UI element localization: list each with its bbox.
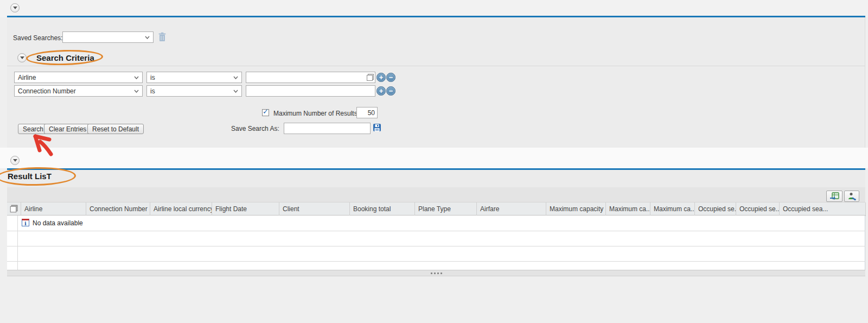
table-header-columns: AirlineConnection NumberAirline local cu… [21,202,866,215]
column-header-12[interactable]: Occupied se... [695,202,736,216]
grip-dot [437,273,439,274]
trash-icon [158,32,167,42]
column-header-2[interactable]: Connection Number [86,202,150,216]
add-criteria-row-button-2[interactable]: + [376,86,386,96]
save-search-as-input[interactable] [284,123,371,134]
save-search-as-label: Save Search As: [231,125,279,132]
column-header-11[interactable]: Maximum ca... [650,202,695,216]
section-gap [0,148,868,168]
select-all-cell[interactable] [7,202,21,215]
criteria-separator [7,66,865,66]
floppy-disk-icon [373,123,381,132]
column-header-7[interactable]: Plane Type [415,202,477,216]
column-header-8[interactable]: Airfare [477,202,546,216]
value-help-front-square [367,75,373,81]
column-header-5[interactable]: Client [279,202,350,216]
column-header-3[interactable]: Airline local currency [150,202,212,216]
page-collapse-button[interactable] [10,3,20,12]
personalize-button[interactable] [844,191,859,202]
result-list-collapse-button[interactable] [10,156,20,165]
criteria-value-input-1[interactable] [246,72,375,83]
no-data-message: No data available [33,219,83,227]
result-list-header-band [7,170,865,187]
horizontal-scrollbar[interactable] [7,270,865,276]
copy-front-square [10,206,17,213]
column-header-14[interactable]: Occupied sea... [780,202,866,216]
max-results-checkbox[interactable]: ✓ [262,109,269,116]
annotation-arrow-to-search [26,132,56,157]
column-header-4[interactable]: Flight Date [212,202,279,216]
remove-criteria-row-button-2[interactable]: − [386,86,395,96]
max-results-input[interactable] [356,107,378,118]
remove-criteria-row-button-1[interactable]: − [386,73,395,82]
info-icon: i [22,219,29,226]
minus-icon: − [389,87,393,95]
chevron-down-icon [233,90,238,93]
value-help-icon[interactable] [367,74,374,81]
saved-searches-dropdown[interactable] [62,31,154,43]
column-header-13[interactable]: Occupied se... [736,202,780,216]
top-strip [0,0,868,17]
minus-icon: − [389,73,393,81]
row-divider [7,231,865,231]
chevron-down-icon [134,90,139,93]
table-header-row: AirlineConnection NumberAirline local cu… [7,202,865,216]
bottom-strip [0,276,868,323]
table-toolbar [7,187,865,202]
criteria-field-value: Connection Number [18,87,76,95]
search-criteria-title: Search Criteria [36,53,94,62]
grip-dot [434,273,436,274]
collapse-arrow-icon [20,56,24,59]
reset-to-default-button[interactable]: Reset to Default [87,124,144,134]
criteria-operator-value: is [150,74,155,81]
column-header-6[interactable]: Booking total [350,202,415,216]
delete-saved-search-button[interactable] [158,32,167,43]
column-header-9[interactable]: Maximum capacity ... [546,202,606,216]
plus-icon: + [379,73,384,81]
criteria-operator-dropdown-2[interactable]: is [146,85,242,97]
grip-dot [431,273,432,274]
row-divider [7,246,865,246]
saved-searches-label: Saved Searches: [13,34,62,42]
save-search-button[interactable] [373,123,381,134]
column-header-1[interactable]: Airline [21,202,86,216]
chevron-down-icon [145,36,150,39]
row-divider [7,261,865,262]
selection-column-divider [17,216,18,270]
chevron-down-icon [233,76,238,79]
chevron-down-icon [134,76,139,79]
checkmark-icon: ✓ [263,109,269,115]
export-button[interactable] [826,191,843,202]
grip-dot [441,273,442,274]
max-results-label: Maximum Number of Results: [273,110,359,117]
collapse-arrow-icon [13,159,17,162]
criteria-value-input-2[interactable] [246,85,375,97]
personalize-user-icon [847,192,856,201]
copy-squares-icon [10,205,18,213]
plus-icon: + [379,87,384,95]
criteria-operator-dropdown-1[interactable]: is [146,72,242,83]
criteria-operator-value: is [150,87,155,95]
export-table-icon [829,192,839,200]
criteria-field-dropdown-1[interactable]: Airline [14,72,143,83]
criteria-field-value: Airline [18,74,36,81]
table-body [7,216,865,270]
criteria-field-dropdown-2[interactable]: Connection Number [14,85,143,97]
add-criteria-row-button-1[interactable]: + [376,73,386,82]
column-header-10[interactable]: Maximum ca... [606,202,650,216]
result-list-title: Result LisT [8,172,52,181]
search-criteria-collapse-button[interactable] [17,53,27,62]
collapse-arrow-icon [13,7,17,9]
